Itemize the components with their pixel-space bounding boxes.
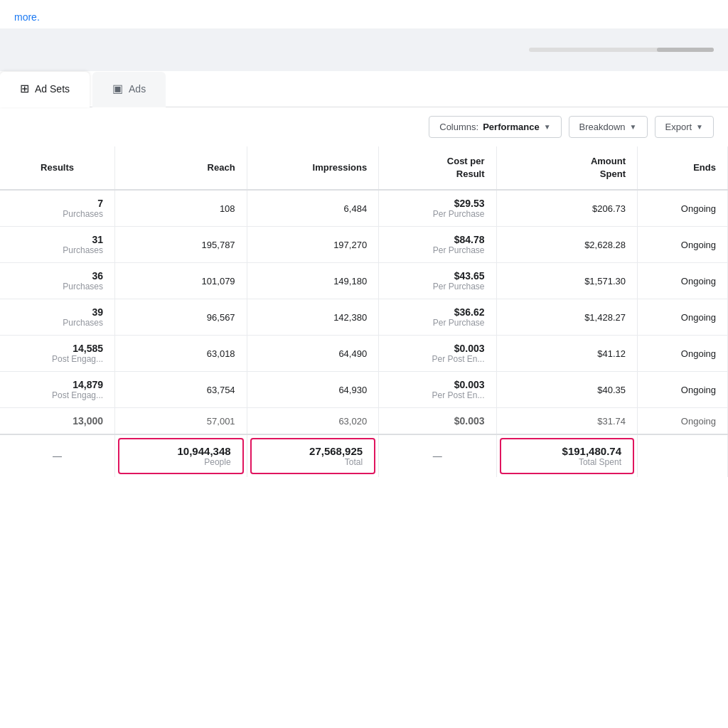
cell-ends-1: Ongoing (637, 227, 727, 263)
footer-dash2: — (379, 434, 496, 477)
footer-impressions-label: Total (263, 457, 363, 467)
cell-results-0: 7 Purchases (0, 190, 115, 227)
tab-ads-label: Ads (129, 83, 146, 95)
cell-results-1: 31 Purchases (0, 227, 115, 263)
cell-reach-4: 63,018 (115, 336, 247, 372)
columns-button[interactable]: Columns: Performance ▼ (429, 116, 561, 138)
header-results: Results (0, 146, 115, 190)
export-chevron-icon: ▼ (696, 123, 703, 131)
cell-cost-3: $36.62 Per Purchase (379, 299, 496, 336)
table-row: 14,879 Post Engag... 63,754 64,930 $0.00… (0, 372, 728, 408)
cell-cost-0: $29.53 Per Purchase (379, 190, 496, 227)
cell-ends-5: Ongoing (637, 372, 727, 408)
cell-reach-3: 96,567 (115, 299, 247, 336)
columns-value: Performance (483, 122, 539, 132)
cell-results-3: 39 Purchases (0, 299, 115, 336)
scroll-track (529, 48, 714, 52)
footer-reach-cell: 10,944,348 People (115, 434, 247, 477)
header-amount-spent: AmountSpent (496, 146, 637, 190)
export-label: Export (665, 122, 692, 132)
cell-reach-6: 57,001 (115, 408, 247, 435)
footer-row: — 10,944,348 People 27,568,925 Total — (0, 434, 728, 477)
cell-ends-3: Ongoing (637, 299, 727, 336)
cell-impressions-4: 64,490 (247, 336, 379, 372)
cell-cost-4: $0.003 Per Post En... (379, 336, 496, 372)
cell-reach-5: 63,754 (115, 372, 247, 408)
cell-amount-6: $31.74 (496, 408, 637, 435)
footer-reach-label: People (131, 457, 231, 467)
cell-amount-1: $2,628.28 (496, 227, 637, 263)
table-row: 31 Purchases 195,787 197,270 $84.78 Per … (0, 227, 728, 263)
cell-cost-5: $0.003 Per Post En... (379, 372, 496, 408)
more-link[interactable]: more. (14, 11, 40, 23)
cell-amount-0: $206.73 (496, 190, 637, 227)
footer-dash1: — (0, 434, 115, 477)
cell-cost-6: $0.003 (379, 408, 496, 435)
cell-impressions-6: 63,020 (247, 408, 379, 435)
footer-ends (637, 434, 727, 477)
tab-ads[interactable]: ▣ Ads (92, 72, 166, 107)
footer-impressions-value: 27,568,925 (263, 445, 363, 457)
header-reach: Reach (115, 146, 247, 190)
cell-amount-4: $41.12 (496, 336, 637, 372)
header-ends: Ends (637, 146, 727, 190)
cell-results-4: 14,585 Post Engag... (0, 336, 115, 372)
footer-amount-label: Total Spent (513, 457, 621, 467)
footer-amount-value: $191,480.74 (513, 445, 621, 457)
tabs-container: ⊞ Ad Sets ▣ Ads (0, 71, 728, 107)
cell-amount-3: $1,428.27 (496, 299, 637, 336)
toolbar: Columns: Performance ▼ Breakdown ▼ Expor… (0, 107, 728, 146)
scroll-thumb[interactable] (657, 48, 714, 52)
ads-icon: ▣ (112, 82, 123, 95)
table-row: 7 Purchases 108 6,484 $29.53 Per Purchas… (0, 190, 728, 227)
scrollbar-area (0, 28, 728, 71)
footer-impressions-cell: 27,568,925 Total (247, 434, 379, 477)
cell-impressions-1: 197,270 (247, 227, 379, 263)
table-row: 14,585 Post Engag... 63,018 64,490 $0.00… (0, 336, 728, 372)
cell-ends-6: Ongoing (637, 408, 727, 435)
tab-ad-sets-label: Ad Sets (35, 83, 70, 95)
ad-sets-icon: ⊞ (20, 82, 29, 95)
page-wrapper: more. ⊞ Ad Sets ▣ Ads Columns: Performan… (0, 0, 728, 728)
cell-cost-1: $84.78 Per Purchase (379, 227, 496, 263)
cell-results-5: 14,879 Post Engag... (0, 372, 115, 408)
cell-amount-2: $1,571.30 (496, 263, 637, 299)
data-table: Results Reach Impressions Cost perResult… (0, 146, 728, 477)
table-body: 7 Purchases 108 6,484 $29.53 Per Purchas… (0, 190, 728, 434)
table-header-row: Results Reach Impressions Cost perResult… (0, 146, 728, 190)
breakdown-button[interactable]: Breakdown ▼ (569, 116, 648, 138)
header-impressions: Impressions (247, 146, 379, 190)
table-footer: — 10,944,348 People 27,568,925 Total — (0, 434, 728, 477)
table-row: 39 Purchases 96,567 142,380 $36.62 Per P… (0, 299, 728, 336)
footer-reach-value: 10,944,348 (131, 445, 231, 457)
tab-ad-sets[interactable]: ⊞ Ad Sets (0, 72, 90, 107)
header-cost-per-result: Cost perResult (379, 146, 496, 190)
top-bar: more. (0, 0, 728, 28)
cell-results-2: 36 Purchases (0, 263, 115, 299)
cell-impressions-2: 149,180 (247, 263, 379, 299)
cell-cost-2: $43.65 Per Purchase (379, 263, 496, 299)
columns-prefix: Columns: (439, 122, 478, 132)
cell-amount-5: $40.35 (496, 372, 637, 408)
table-row: 36 Purchases 101,079 149,180 $43.65 Per … (0, 263, 728, 299)
cell-reach-0: 108 (115, 190, 247, 227)
footer-amount-cell: $191,480.74 Total Spent (496, 434, 637, 477)
cell-reach-2: 101,079 (115, 263, 247, 299)
cell-impressions-0: 6,484 (247, 190, 379, 227)
columns-chevron-icon: ▼ (544, 123, 551, 131)
cell-impressions-3: 142,380 (247, 299, 379, 336)
cell-ends-0: Ongoing (637, 190, 727, 227)
breakdown-chevron-icon: ▼ (630, 123, 637, 131)
table-row: 13,000 57,001 63,020 $0.003 $31.74 Ongoi… (0, 408, 728, 435)
cell-impressions-5: 64,930 (247, 372, 379, 408)
cell-ends-2: Ongoing (637, 263, 727, 299)
cell-reach-1: 195,787 (115, 227, 247, 263)
export-button[interactable]: Export ▼ (655, 116, 714, 138)
cell-ends-4: Ongoing (637, 336, 727, 372)
breakdown-label: Breakdown (579, 122, 626, 132)
cell-results-6: 13,000 (0, 408, 115, 435)
